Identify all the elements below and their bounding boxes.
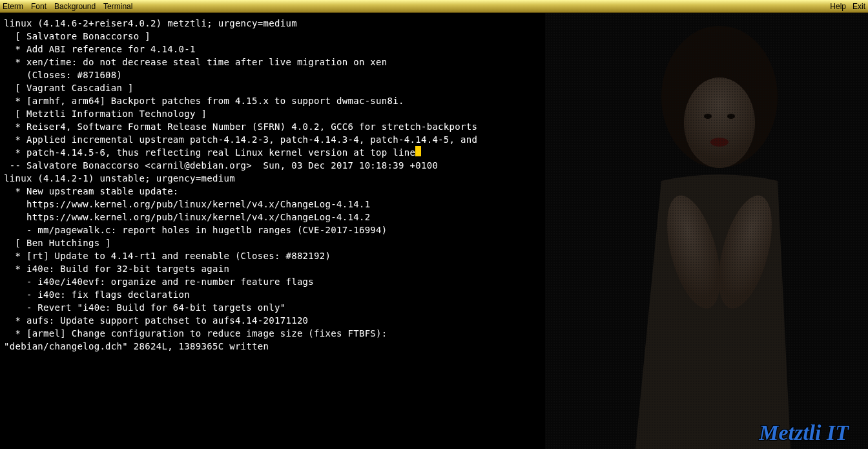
- terminal-line: -- Salvatore Bonaccorso <carnil@debian.o…: [4, 159, 864, 172]
- terminal-line: [ Ben Hutchings ]: [4, 236, 864, 249]
- menubar-left: Eterm Font Background Terminal: [3, 2, 132, 11]
- terminal-line: linux (4.14.6-2+reiser4.0.2) metztli; ur…: [4, 17, 864, 30]
- terminal-line: [ Salvatore Bonaccorso ]: [4, 30, 864, 43]
- terminal-line: https://www.kernel.org/pub/linux/kernel/…: [4, 198, 864, 211]
- terminal-line: - i40e/i40evf: organize and re-number fe…: [4, 275, 864, 288]
- terminal-line: "debian/changelog.dch" 28624L, 1389365C …: [4, 340, 864, 353]
- terminal-line: - mm/pagewalk.c: report holes in hugetlb…: [4, 224, 864, 236]
- terminal-line: * New upstream stable update:: [4, 185, 864, 198]
- menu-eterm[interactable]: Eterm: [3, 2, 23, 11]
- terminal-line: * Add ABI reference for 4.14.0-1: [4, 43, 864, 56]
- terminal-line: * patch-4.14.5-6, thus reflecting real L…: [4, 146, 864, 159]
- menubar: Eterm Font Background Terminal Help Exit: [0, 0, 868, 13]
- terminal-line: https://www.kernel.org/pub/linux/kernel/…: [4, 211, 864, 224]
- terminal-line: * xen/time: do not decrease steal time a…: [4, 56, 864, 68]
- terminal-line: [ Vagrant Cascadian ]: [4, 81, 864, 94]
- terminal-line: * [armel] Change configuration to reduce…: [4, 327, 864, 340]
- terminal-line: [ Metztli Information Technology ]: [4, 107, 864, 120]
- terminal-cursor: [415, 146, 421, 156]
- menu-font[interactable]: Font: [31, 2, 46, 11]
- terminal-line: * Applied incremental upstream patch-4.1…: [4, 133, 864, 146]
- terminal-line: * Reiser4, Software Format Release Numbe…: [4, 120, 864, 133]
- terminal-line: (Closes: #871608): [4, 68, 864, 81]
- menu-exit[interactable]: Exit: [852, 2, 865, 11]
- terminal-output[interactable]: linux (4.14.6-2+reiser4.0.2) metztli; ur…: [0, 13, 868, 449]
- menu-background[interactable]: Background: [54, 2, 96, 11]
- terminal-line: linux (4.14.2-1) unstable; urgency=mediu…: [4, 172, 864, 185]
- terminal-line: * i40e: Build for 32-bit targets again: [4, 262, 864, 275]
- terminal-line: * [rt] Update to 4.14-rt1 and reenable (…: [4, 249, 864, 262]
- terminal-line: * aufs: Update support patchset to aufs4…: [4, 314, 864, 327]
- menu-terminal[interactable]: Terminal: [103, 2, 132, 11]
- menubar-right: Help Exit: [830, 2, 865, 11]
- terminal-line: - Revert "i40e: Build for 64-bit targets…: [4, 301, 864, 314]
- menu-help[interactable]: Help: [830, 2, 846, 11]
- terminal-line: * [armhf, arm64] Backport patches from 4…: [4, 94, 864, 107]
- terminal-line: - i40e: fix flags declaration: [4, 288, 864, 301]
